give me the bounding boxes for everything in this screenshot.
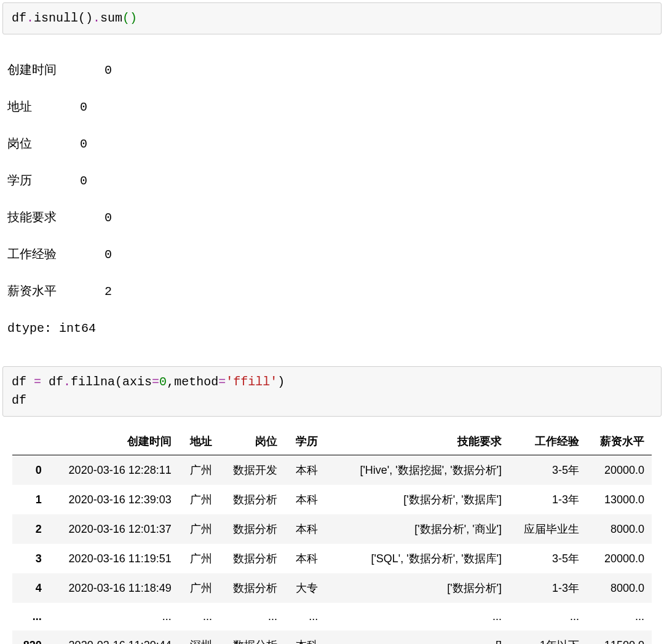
code-cell-1[interactable]: df.isnull().sum() [2,2,662,34]
cell: 20000.0 [587,455,652,485]
cell: 1-3年 [509,573,587,603]
code-token: ) [130,11,137,25]
cell: 广州 [179,455,219,485]
output-row: 岗位0 [7,135,657,154]
cell: 数据开发 [219,455,285,485]
code-token: fillna [71,375,115,389]
code-token: = [152,375,159,389]
cell: 2020-03-16 11:19:51 [49,544,179,573]
row-index: 3 [12,544,49,573]
cell: 本科 [285,514,325,544]
cell: 2020-03-16 11:18:49 [49,573,179,603]
cell: 应届毕业生 [509,514,587,544]
output-key: 技能要求 [7,209,75,227]
code-token: . [63,375,71,389]
output-dtype: dtype: int64 [7,320,657,338]
output-val: 0 [75,98,87,117]
row-index: 4 [12,573,49,603]
cell: 8000.0 [587,514,652,544]
cell: 2020-03-16 12:39:03 [49,485,179,514]
output-val: 0 [75,135,87,154]
code-token: isnull [34,11,78,25]
cell: 11500.0 [587,630,652,644]
code-token: sum [100,11,122,25]
col-header: 岗位 [219,428,285,455]
cell: 大专 [285,573,325,603]
output-row: 薪资水平2 [7,283,657,301]
table-row: 12020-03-16 12:39:03广州数据分析本科['数据分析', '数据… [12,485,652,514]
cell: 广州 [179,573,219,603]
output-val: 0 [75,172,87,190]
cell: ... [219,603,285,630]
table-row: ........................ [12,603,652,630]
code-token: df [41,375,63,389]
cell: ['SQL', '数据分析', '数据库'] [325,544,509,573]
col-header: 地址 [179,428,219,455]
dataframe-table: 创建时间 地址 岗位 学历 技能要求 工作经验 薪资水平 02020-03-16… [12,428,652,644]
cell: 本科 [285,485,325,514]
col-index [12,428,49,455]
code-token: df [12,375,34,389]
output-key: 岗位 [7,135,75,154]
row-index: 0 [12,455,49,485]
cell: ... [179,603,219,630]
cell: 数据分析 [219,573,285,603]
cell: 本科 [285,630,325,644]
row-index: 820 [12,630,49,644]
cell: 1年以下 [509,630,587,644]
output-row: 创建时间0 [7,61,657,80]
cell: 1-3年 [509,485,587,514]
cell: 深圳 [179,630,219,644]
cell: 广州 [179,485,219,514]
cell: ... [325,603,509,630]
code-token: 'ffill' [226,375,277,389]
output-row: 技能要求0 [7,209,657,227]
cell: 数据分析 [219,485,285,514]
cell: 3-5年 [509,544,587,573]
code-token: df [12,393,26,407]
cell: 广州 [179,544,219,573]
output-key: 学历 [7,172,75,190]
output-row: 工作经验0 [7,246,657,264]
cell: 数据分析 [219,514,285,544]
cell: 数据分析 [219,544,285,573]
cell: 13000.0 [587,485,652,514]
table-row: 02020-03-16 12:28:11广州数据开发本科['Hive', '数据… [12,455,652,485]
code-token: = [218,375,226,389]
row-index: ... [12,603,49,630]
output-val: 0 [75,209,112,227]
code-token: ( [122,11,130,25]
output-key: 地址 [7,98,75,117]
code-token: . [93,11,100,25]
cell: ['数据分析', '数据库'] [325,485,509,514]
cell: ... [587,603,652,630]
cell: 本科 [285,455,325,485]
table-row: 22020-03-16 12:01:37广州数据分析本科['数据分析', '商业… [12,514,652,544]
cell: 2020-03-16 12:28:11 [49,455,179,485]
table-header-row: 创建时间 地址 岗位 学历 技能要求 工作经验 薪资水平 [12,428,652,455]
code-token: ,method [167,375,218,389]
row-index: 1 [12,485,49,514]
output-row: 学历0 [7,172,657,190]
output-row: 地址0 [7,98,657,117]
code-token: ) [277,375,285,389]
code-token: 0 [159,375,167,389]
cell: ... [285,603,325,630]
output-val: 0 [75,61,112,80]
table-row: 42020-03-16 11:18:49广州数据分析大专['数据分析']1-3年… [12,573,652,603]
cell: ['数据分析'] [325,573,509,603]
code-cell-2[interactable]: df = df.fillna(axis=0,method='ffill') df [2,366,662,417]
code-token: () [78,11,93,25]
cell: 8000.0 [587,573,652,603]
dataframe-output: 创建时间 地址 岗位 学历 技能要求 工作经验 薪资水平 02020-03-16… [0,423,664,644]
col-header: 学历 [285,428,325,455]
cell: ['Hive', '数据挖掘', '数据分析'] [325,455,509,485]
table-row: 32020-03-16 11:19:51广州数据分析本科['SQL', '数据分… [12,544,652,573]
col-header: 技能要求 [325,428,509,455]
code-token: (axis [115,375,152,389]
output-isnull-sum: 创建时间0 地址0 岗位0 学历0 技能要求0 工作经验0 薪资水平2 dtyp… [0,41,664,364]
code-token: . [26,11,34,25]
output-key: 工作经验 [7,246,75,264]
cell: ['数据分析', '商业'] [325,514,509,544]
cell: 广州 [179,514,219,544]
